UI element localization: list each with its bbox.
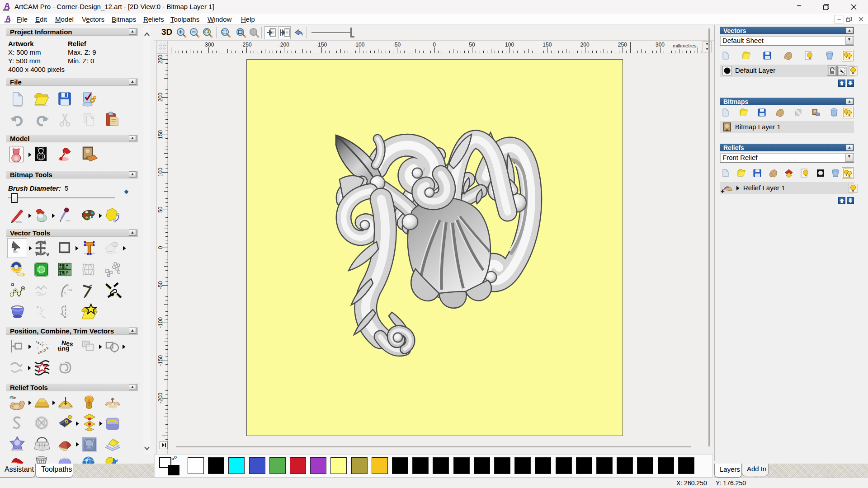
svg-text:ABC: ABC — [59, 272, 67, 276]
svg-text:t e x t: t e x t — [35, 339, 44, 347]
svg-text:ABC: ABC — [59, 266, 67, 270]
svg-text:ting: ting — [57, 344, 70, 353]
svg-text:c u r v e: c u r v e — [37, 346, 49, 355]
